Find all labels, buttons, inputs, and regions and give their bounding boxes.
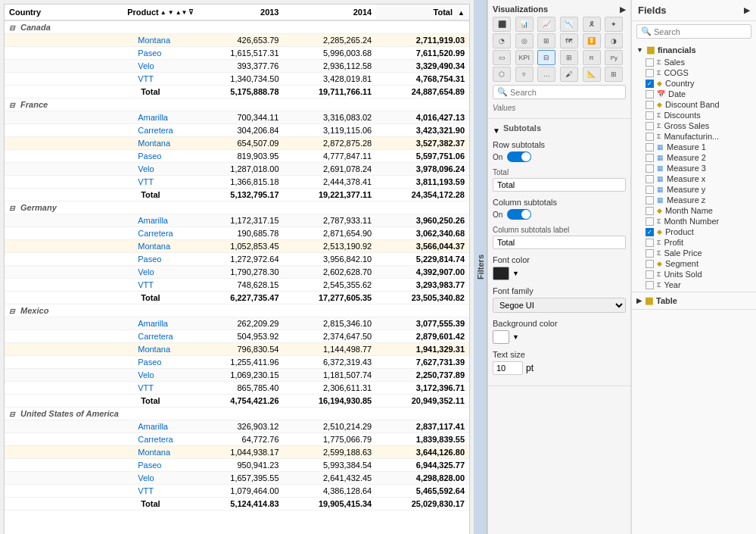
field-checkbox[interactable]: [646, 154, 654, 162]
field-item-sale-price[interactable]: Σ Sale Price: [632, 248, 756, 258]
field-checkbox[interactable]: [646, 133, 654, 141]
field-checkbox[interactable]: [646, 69, 654, 77]
field-checkbox[interactable]: [646, 239, 654, 247]
field-checkbox[interactable]: [646, 260, 654, 268]
color-dropdown-arrow[interactable]: ▼: [512, 270, 519, 277]
row-subtotals-toggle[interactable]: [507, 151, 531, 162]
field-checkbox[interactable]: [646, 143, 654, 151]
field-item-date[interactable]: 📅 Date: [632, 89, 756, 99]
viz-icon-bar[interactable]: 📊: [515, 17, 534, 32]
field-group-header-table[interactable]: ▶ ▦ Table: [632, 294, 756, 308]
field-item-measure-1[interactable]: ▦ Measure 1: [632, 142, 756, 152]
field-checkbox[interactable]: [646, 58, 654, 67]
font-color-picker[interactable]: [493, 267, 509, 280]
viz-icon-kpi[interactable]: KPI: [515, 50, 534, 65]
viz-expand-icon[interactable]: ▶: [620, 5, 626, 14]
bg-color-picker[interactable]: [493, 330, 509, 344]
country-collapse-icon[interactable]: ⊟: [9, 205, 15, 212]
fields-search-input[interactable]: [654, 27, 747, 36]
col-header-total[interactable]: Total ▲: [376, 5, 469, 20]
field-item-measure-3[interactable]: ▦ Measure 3: [632, 163, 756, 173]
viz-icon-py[interactable]: Py: [605, 50, 623, 65]
field-group-header-financials[interactable]: ▼ ▦ financials: [632, 43, 756, 57]
field-item-measure-2[interactable]: ▦ Measure 2: [632, 152, 756, 163]
viz-icon-donut[interactable]: ◎: [515, 33, 534, 48]
field-item-measure-y[interactable]: ▦ Measure y: [632, 184, 756, 195]
field-item-year[interactable]: Σ Year: [632, 279, 756, 290]
viz-icon-scatter[interactable]: ✦: [605, 17, 623, 32]
field-item-sales[interactable]: Σ Sales: [632, 57, 756, 67]
field-item-month-name[interactable]: ◆ Month Name: [632, 205, 756, 216]
viz-icon-analytics[interactable]: 📐: [583, 67, 601, 82]
field-item-product[interactable]: ✓ ◆ Product: [632, 226, 756, 237]
col-header-country[interactable]: Country: [5, 5, 123, 20]
field-item-cogs[interactable]: Σ COGS: [632, 67, 756, 78]
field-checkbox[interactable]: [646, 207, 654, 215]
field-checkbox[interactable]: ✓: [646, 228, 654, 236]
viz-search-box[interactable]: 🔍: [493, 85, 626, 99]
field-checkbox[interactable]: [646, 186, 654, 194]
viz-icon-matrix[interactable]: ⊞: [560, 50, 578, 65]
field-checkbox[interactable]: [646, 270, 654, 279]
viz-icon-map[interactable]: 🗺: [560, 33, 578, 48]
field-item-units-sold[interactable]: Σ Units Sold: [632, 269, 756, 279]
col-header-product[interactable]: Product ▲ ▼ ▲▼ ⊽: [123, 5, 207, 20]
field-item-discount-band[interactable]: ◆ Discount Band: [632, 99, 756, 110]
field-checkbox[interactable]: [646, 122, 654, 130]
col-header-2014[interactable]: 2014: [284, 5, 377, 20]
field-item-discounts[interactable]: Σ Discounts: [632, 110, 756, 120]
field-checkbox[interactable]: [646, 281, 654, 289]
viz-icon-nar[interactable]: ▿: [515, 67, 534, 82]
viz-icon-decomp[interactable]: ⬡: [493, 67, 511, 82]
viz-icon-area[interactable]: 📉: [560, 17, 578, 32]
field-item-profit[interactable]: Σ Profit: [632, 237, 756, 248]
field-checkbox[interactable]: [646, 249, 654, 258]
field-checkbox[interactable]: [646, 90, 654, 98]
country-collapse-icon[interactable]: ⊟: [9, 308, 15, 315]
column-subtotals-input[interactable]: [493, 236, 626, 249]
country-collapse-icon[interactable]: ⊟: [9, 24, 15, 32]
viz-icon-ribbon[interactable]: 🎗: [583, 17, 601, 32]
viz-icon-r[interactable]: R: [583, 50, 601, 65]
field-item-measure-x[interactable]: ▦ Measure x: [632, 173, 756, 184]
viz-icon-more[interactable]: …: [537, 67, 555, 82]
field-checkbox[interactable]: [646, 164, 654, 173]
viz-icon-table[interactable]: ⊟: [537, 50, 555, 65]
text-size-input[interactable]: [493, 361, 523, 375]
viz-icon-fields2[interactable]: ⊞: [605, 67, 623, 82]
field-checkbox[interactable]: [646, 101, 654, 109]
subtotals-collapse-icon[interactable]: ▼: [493, 126, 500, 135]
row-subtotals-input[interactable]: [493, 178, 626, 192]
field-item-manufacturin---[interactable]: Σ Manufacturin...: [632, 131, 756, 142]
fields-expand-icon[interactable]: ▶: [744, 6, 750, 14]
field-checkbox[interactable]: [646, 175, 654, 183]
field-checkbox[interactable]: [646, 217, 654, 226]
viz-icon-format[interactable]: 🖌: [560, 67, 578, 82]
table-scroll[interactable]: Country Product ▲ ▼ ▲▼ ⊽ 2013: [5, 5, 469, 534]
country-collapse-icon[interactable]: ⊟: [9, 101, 15, 109]
viz-icon-card[interactable]: ▭: [493, 50, 511, 65]
viz-icon-pie[interactable]: ◔: [493, 33, 511, 48]
font-family-select[interactable]: Segoe UI: [493, 298, 626, 313]
field-item-gross-sales[interactable]: Σ Gross Sales: [632, 120, 756, 131]
viz-search-input[interactable]: [510, 88, 621, 97]
field-checkbox[interactable]: [646, 111, 654, 120]
field-item-month-number[interactable]: Σ Month Number: [632, 216, 756, 226]
column-subtotals-toggle[interactable]: [507, 209, 531, 220]
field-checkbox[interactable]: [646, 196, 654, 205]
viz-icon-stacked-bar[interactable]: ⬛: [493, 17, 511, 32]
bg-color-dropdown-arrow[interactable]: ▼: [512, 333, 519, 341]
viz-icon-funnel[interactable]: ⏬: [583, 33, 601, 48]
col-header-2013[interactable]: 2013: [207, 5, 283, 20]
fields-search-box[interactable]: 🔍: [636, 24, 751, 39]
country-collapse-icon[interactable]: ⊟: [9, 411, 15, 418]
viz-icon-line[interactable]: 📈: [537, 17, 555, 32]
field-checkbox[interactable]: ✓: [646, 80, 654, 88]
viz-icon-treemap[interactable]: ⊞: [537, 33, 555, 48]
field-item-measure-z[interactable]: ▦ Measure z: [632, 195, 756, 205]
viz-icon-gauge[interactable]: ◑: [605, 33, 623, 48]
field-item-country[interactable]: ✓ ◆ Country: [632, 78, 756, 89]
field-item-segment[interactable]: ◆ Segment: [632, 258, 756, 269]
collapse-icon[interactable]: ▲: [458, 9, 465, 17]
filters-tab[interactable]: Filters: [474, 0, 487, 534]
